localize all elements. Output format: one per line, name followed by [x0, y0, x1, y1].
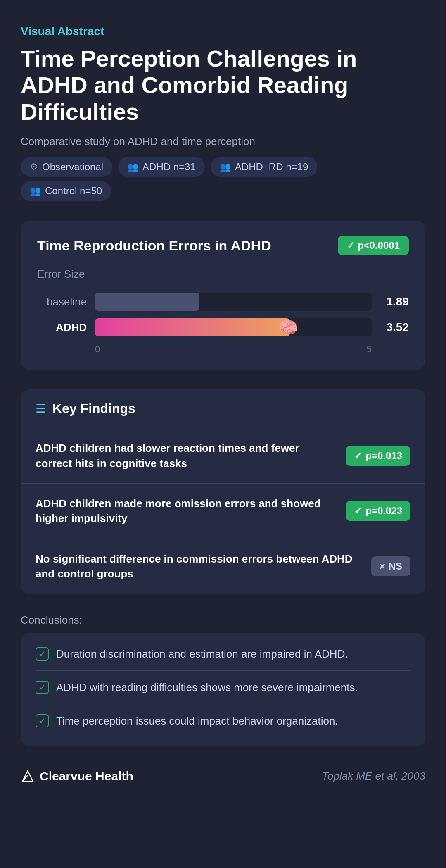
finding-badge-1: p=0.013 — [346, 446, 410, 466]
conclusion-item-2: ADHD with reading difficulties shows mor… — [36, 671, 410, 704]
conclusion-text-2: ADHD with reading difficulties shows mor… — [56, 680, 358, 695]
adhd-bar-row: ADHD 🧠 3.52 — [37, 318, 409, 336]
group-icon-control: 👥 — [30, 186, 41, 196]
baseline-bar-fill — [95, 293, 199, 311]
tag-adhd-label: ADHD n=31 — [142, 161, 196, 173]
tag-adhd-rd: 👥 ADHD+RD n=19 — [211, 157, 317, 177]
key-findings-title: Key Findings — [52, 401, 135, 416]
list-icon: ☰ — [36, 402, 46, 415]
group-icon-adhd-rd: 👥 — [220, 162, 231, 172]
visual-abstract-label: Visual Abstract — [21, 25, 425, 38]
conclusion-text-1: Duration discrimination and estimation a… — [56, 646, 348, 661]
adhd-bar-fill: 🧠 — [95, 318, 290, 336]
logo-text: Clearvue Health — [40, 769, 133, 783]
chart-card: Time Reproduction Errors in ADHD p<0.000… — [21, 221, 425, 370]
main-title: Time Perception Challenges in ADHD and C… — [21, 45, 425, 125]
conclusions-card: Duration discrimination and estimation a… — [21, 633, 425, 746]
conclusion-item-1: Duration discrimination and estimation a… — [36, 637, 410, 671]
chart-section-label: Error Size — [37, 268, 409, 285]
tag-adhd: 👥 ADHD n=31 — [118, 157, 205, 177]
conclusions-label: Conclusions: — [21, 614, 425, 627]
logo-icon — [21, 769, 35, 783]
footer-logo: Clearvue Health — [21, 769, 133, 783]
adhd-bar-track: 🧠 — [95, 318, 372, 336]
finding-text-2: ADHD children made more omission errors … — [36, 496, 336, 526]
finding-row-3: No significant difference in commission … — [21, 539, 425, 594]
adhd-label: ADHD — [37, 321, 87, 334]
tag-adhd-rd-label: ADHD+RD n=19 — [235, 161, 308, 173]
baseline-bar-row: baseline 1.89 — [37, 293, 409, 311]
brain-icon: 🧠 — [279, 318, 298, 336]
key-findings-header: ☰ Key Findings — [21, 389, 425, 428]
conclusion-checkbox-2 — [36, 681, 49, 694]
subtitle: Comparative study on ADHD and time perce… — [21, 135, 425, 148]
axis-max: 5 — [367, 344, 372, 355]
baseline-label: baseline — [37, 296, 87, 308]
baseline-value: 1.89 — [380, 295, 409, 308]
finding-row-2: ADHD children made more omission errors … — [21, 484, 425, 539]
conclusion-checkbox-3 — [36, 714, 49, 727]
gear-icon: ⚙ — [30, 162, 38, 172]
finding-text-1: ADHD children had slower reaction times … — [36, 441, 336, 471]
tag-control-label: Control n=50 — [45, 185, 102, 197]
tag-control: 👥 Control n=50 — [21, 181, 111, 201]
finding-row-1: ADHD children had slower reaction times … — [21, 428, 425, 484]
tag-observational-label: Observational — [42, 161, 103, 173]
finding-badge-2: p=0.023 — [346, 501, 410, 521]
finding-badge-3: NS — [371, 556, 410, 576]
key-findings-card: ☰ Key Findings ADHD children had slower … — [21, 389, 425, 594]
finding-text-3: No significant difference in commission … — [36, 551, 361, 582]
conclusion-text-3: Time perception issues could impact beha… — [56, 713, 338, 728]
chart-axis: 0 5 — [37, 344, 409, 355]
adhd-value: 3.52 — [380, 321, 409, 334]
group-icon-adhd: 👥 — [127, 162, 138, 172]
chart-p-badge: p<0.0001 — [338, 236, 409, 255]
chart-header: Time Reproduction Errors in ADHD p<0.000… — [37, 236, 409, 255]
axis-min: 0 — [95, 344, 100, 355]
chart-title: Time Reproduction Errors in ADHD — [37, 238, 271, 254]
conclusion-checkbox-1 — [36, 647, 49, 661]
footer: Clearvue Health Toplak ME et al, 2003 — [21, 769, 425, 783]
baseline-bar-track — [95, 293, 372, 311]
tags-container: ⚙ Observational 👥 ADHD n=31 👥 ADHD+RD n=… — [21, 157, 425, 177]
tags-row-2: 👥 Control n=50 — [21, 181, 425, 201]
conclusion-item-3: Time perception issues could impact beha… — [36, 704, 410, 737]
footer-citation: Toplak ME et al, 2003 — [322, 770, 425, 782]
tag-observational: ⚙ Observational — [21, 157, 112, 177]
